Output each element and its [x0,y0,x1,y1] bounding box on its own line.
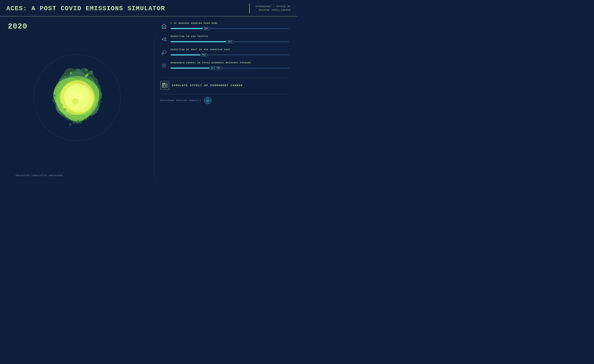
year-label: 2020 [8,22,27,31]
emissions-reduced-row: EMISSIONS REDUCED ANNUALLY [160,94,289,104]
home-icon [160,23,168,30]
visualization-container [30,50,125,145]
simulate-label: SIMULATE EFFECT OF PERMANENT CHANGE [172,84,243,87]
header: ACES: A POST COVID EMISSIONS SIMULATOR H… [0,0,297,16]
slider-row-air: REDUCTION IN AIR TRAFFIC 50% [160,35,289,44]
svg-point-56 [52,100,54,101]
meat-icon [160,49,168,56]
svg-point-55 [54,95,56,97]
svg-point-63 [64,73,66,75]
svg-point-64 [94,79,96,81]
slider-value-meat: 28% [200,53,208,57]
svg-point-20 [85,68,88,72]
svg-point-59 [72,122,74,124]
emissions-cumulative-label: PROJECTED CUMULATIVE EMISSIONS [16,175,63,177]
vertical-separator [155,32,155,182]
slider-value-renewable: 383 TWh [209,67,222,70]
plane-icon [160,36,168,43]
svg-rect-80 [165,84,165,84]
calculator-icon [160,81,169,90]
svg-rect-82 [163,86,163,87]
slider-content-meat: REDUCTION OF MEAT IN AVG AMERICAN DIET 2… [171,49,289,57]
slider-track-meat[interactable]: 28% [171,53,289,57]
slider-value-air: 50% [226,40,234,43]
svg-point-50 [68,90,77,99]
svg-point-70 [64,108,66,110]
slider-label-air: REDUCTION IN AIR TRAFFIC [171,35,289,38]
svg-point-21 [89,71,93,74]
svg-point-61 [84,118,86,120]
slider-track-air[interactable]: 50% [171,39,289,44]
slider-track-workers[interactable]: 30% [171,26,289,31]
svg-point-54 [100,101,102,102]
svg-point-60 [69,123,72,126]
right-panel: % OF WORKERS WORKING FROM HOME 30% REDUC… [155,16,297,182]
svg-point-84 [206,99,209,102]
emissions-blob [36,56,119,139]
slider-fill-meat [171,54,204,55]
svg-rect-83 [165,85,166,87]
svg-point-74 [163,65,165,67]
slider-label-workers: % OF WORKERS WORKING FROM HOME [171,22,289,24]
slider-label-meat: REDUCTION OF MEAT IN AVG AMERICAN DIET [171,49,289,51]
svg-point-66 [87,74,88,76]
main-content: 2020 [0,16,297,182]
svg-point-68 [64,81,67,83]
svg-point-52 [72,98,78,105]
svg-rect-78 [163,84,163,84]
slider-content-workers: % OF WORKERS WORKING FROM HOME 30% [171,22,289,31]
svg-point-49 [64,84,90,110]
emissions-reduced-circle[interactable] [204,97,211,104]
slider-content-renewable: RENEWABLE ENERGY IN COVID ECONOMIC RECOV… [171,62,289,70]
slider-value-workers: 30% [202,27,210,30]
svg-point-53 [99,96,101,99]
simulate-area[interactable]: SIMULATE EFFECT OF PERMANENT CHANGE [160,78,289,90]
svg-point-69 [93,85,95,88]
app-title: ACES: A POST COVID EMISSIONS SIMULATOR [6,5,165,12]
svg-point-51 [77,92,84,99]
slider-row-renewable: RENEWABLE ENERGY IN COVID ECONOMIC RECOV… [160,62,289,70]
svg-rect-72 [163,27,165,28]
slider-row-workers: % OF WORKERS WORKING FROM HOME 30% [160,22,289,31]
left-panel: 2020 [0,16,155,182]
svg-point-58 [81,122,82,124]
slider-track-renewable[interactable]: 383 TWh [171,66,289,70]
svg-rect-79 [164,84,164,84]
slider-fill-air [171,41,230,42]
svg-rect-81 [163,85,163,86]
header-divider [249,4,250,13]
slider-row-meat: REDUCTION OF MEAT IN AVG AMERICAN DIET 2… [160,49,289,57]
gear-icon [160,62,168,69]
svg-point-71 [61,104,63,106]
slider-content-air: REDUCTION IN AIR TRAFFIC 50% [171,35,289,44]
slider-fill-workers [171,28,206,29]
emissions-reduced-label: EMISSIONS REDUCED ANNUALLY [160,100,202,102]
slider-label-renewable: RENEWABLE ENERGY IN COVID ECONOMIC RECOV… [171,62,289,64]
header-subtitle: HYPERGIANT - OFFICE OF MACHINE INTELLIGE… [256,5,291,12]
svg-point-67 [70,72,72,74]
svg-point-57 [77,120,79,122]
